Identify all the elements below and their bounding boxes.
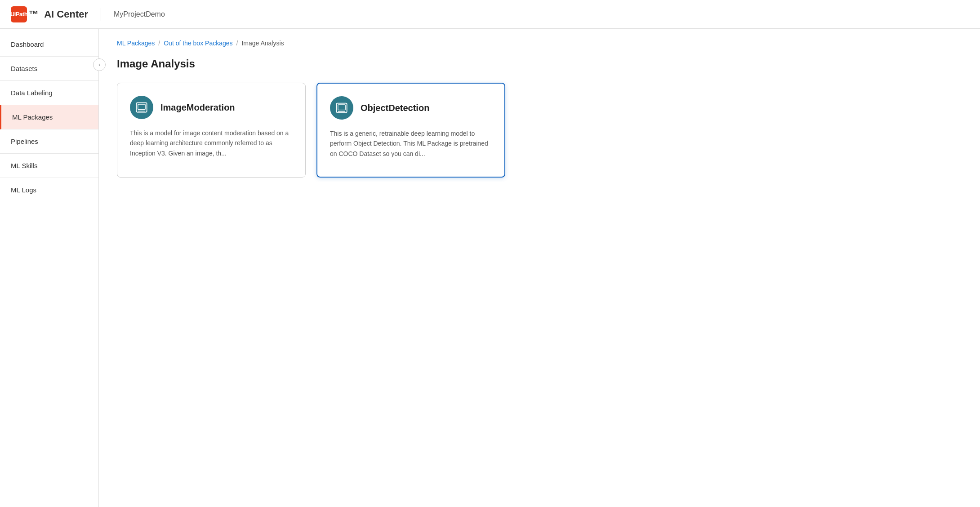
breadcrumb-ml-packages[interactable]: ML Packages	[117, 40, 155, 47]
breadcrumb-sep-2: /	[236, 40, 238, 47]
sidebar-item-pipelines[interactable]: Pipelines	[0, 129, 98, 154]
breadcrumb-sep-1: /	[158, 40, 160, 47]
svg-rect-1	[138, 104, 145, 110]
sidebar-label-data-labeling: Data Labeling	[11, 89, 53, 97]
svg-rect-4	[338, 105, 345, 110]
breadcrumb: ML Packages / Out of the box Packages / …	[117, 40, 962, 47]
sidebar-item-ml-skills[interactable]: ML Skills	[0, 154, 98, 178]
app-name: AI Center	[44, 9, 88, 20]
header-divider	[101, 8, 101, 21]
logo-box: UiPath	[11, 6, 27, 22]
project-name: MyProjectDemo	[114, 10, 165, 18]
sidebar-item-ml-logs[interactable]: ML Logs	[0, 178, 98, 202]
sidebar-label-ml-skills: ML Skills	[11, 162, 37, 169]
sidebar: ‹ Dashboard Datasets Data Labeling ML Pa…	[0, 29, 99, 507]
sidebar-item-dashboard[interactable]: Dashboard	[0, 32, 98, 57]
card-title-object-detection: ObjectDetection	[361, 103, 429, 113]
card-header-image-moderation: ImageModeration	[130, 96, 293, 119]
card-desc-object-detection: This is a generic, retrainable deep lear…	[330, 129, 492, 159]
package-icon-object-detection	[335, 102, 348, 114]
page-title: Image Analysis	[117, 58, 962, 70]
sidebar-label-pipelines: Pipelines	[11, 138, 38, 145]
logo-area: UiPath ™ AI Center MyProjectDemo	[11, 6, 165, 22]
sidebar-item-datasets[interactable]: Datasets	[0, 57, 98, 81]
breadcrumb-current: Image Analysis	[241, 40, 284, 47]
uipath-logo: UiPath ™ AI Center	[11, 6, 88, 22]
sidebar-label-ml-packages: ML Packages	[12, 113, 53, 121]
logo-tm: ™	[29, 9, 39, 20]
cards-grid: ImageModeration This is a model for imag…	[117, 83, 962, 178]
card-object-detection[interactable]: ObjectDetection This is a generic, retra…	[316, 83, 505, 178]
sidebar-nav: Dashboard Datasets Data Labeling ML Pack…	[0, 29, 98, 202]
sidebar-label-dashboard: Dashboard	[11, 40, 44, 48]
sidebar-item-ml-packages[interactable]: ML Packages	[0, 105, 98, 129]
card-desc-image-moderation: This is a model for image content modera…	[130, 128, 293, 158]
card-title-image-moderation: ImageModeration	[160, 102, 235, 113]
package-icon-image-moderation	[135, 101, 148, 114]
sidebar-collapse-button[interactable]: ‹	[93, 58, 106, 71]
sidebar-label-ml-logs: ML Logs	[11, 186, 36, 194]
main-content: ML Packages / Out of the box Packages / …	[99, 29, 980, 507]
breadcrumb-out-of-box[interactable]: Out of the box Packages	[164, 40, 232, 47]
logo-full-text: ™ AI Center	[29, 9, 88, 20]
card-image-moderation[interactable]: ImageModeration This is a model for imag…	[117, 83, 306, 178]
sidebar-item-data-labeling[interactable]: Data Labeling	[0, 81, 98, 105]
card-header-object-detection: ObjectDetection	[330, 96, 492, 120]
app-header: UiPath ™ AI Center MyProjectDemo	[0, 0, 980, 29]
card-icon-image-moderation	[130, 96, 153, 119]
sidebar-label-datasets: Datasets	[11, 65, 37, 72]
card-icon-object-detection	[330, 96, 353, 120]
main-layout: ‹ Dashboard Datasets Data Labeling ML Pa…	[0, 29, 980, 507]
